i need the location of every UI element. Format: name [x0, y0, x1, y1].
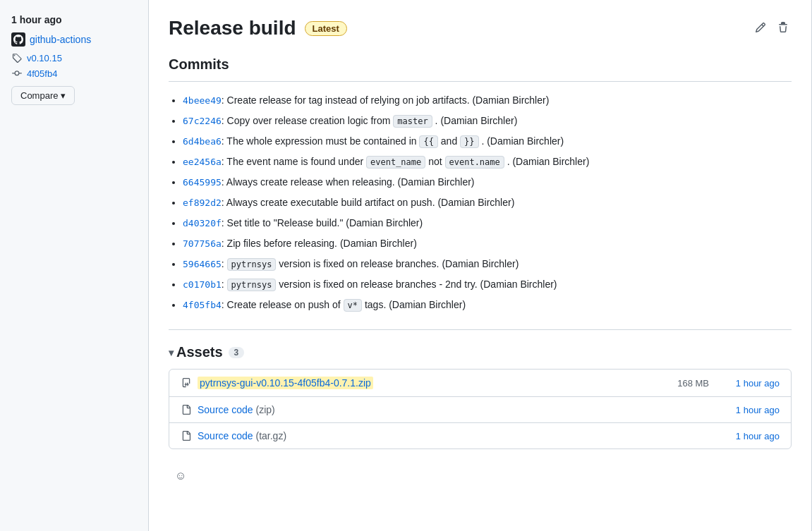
code-pytrnsys-1: pytrnsys — [227, 258, 277, 271]
list-item: d40320f: Set title to "Release build." (… — [183, 216, 792, 231]
assets-count: 3 — [229, 347, 245, 358]
list-item: c0170b1: pytrnsys version is fixed on re… — [183, 277, 792, 292]
asset-row: pytrnsys-gui-v0.10.15-4f05fb4-0.7.1.zip … — [169, 370, 791, 397]
commit-message-post: version is fixed on release branches - 2… — [276, 279, 557, 290]
release-title: Release build — [169, 17, 296, 39]
asset-highlighted-name: pytrnsys-gui-v0.10.15-4f05fb4-0.7.1.zip — [198, 377, 373, 389]
page-layout: 1 hour ago github-actions v0.10.15 — [0, 0, 812, 531]
code-event-dot-name: event.name — [445, 156, 504, 169]
commit-message: : Zip files before releasing. (Damian Bi… — [222, 238, 417, 249]
commit-message: : The whole expression must be contained… — [222, 135, 420, 147]
commit-message: : Always create release when releasing. … — [222, 176, 475, 188]
commit-message-post: tags. (Damian Birchler) — [362, 299, 466, 310]
sidebar: 1 hour ago github-actions v0.10.15 — [0, 0, 148, 531]
commit-message-post: version is fixed on release branches. (D… — [276, 258, 519, 269]
edit-button[interactable] — [752, 19, 769, 38]
list-item: 5964665: pytrnsys version is fixed on re… — [183, 257, 792, 271]
source-icon — [181, 404, 192, 415]
commit-hash-link[interactable]: 707756a — [183, 238, 222, 249]
actor-link[interactable]: github-actions — [11, 32, 137, 47]
commit-message-post: . (Damian Birchler) — [479, 135, 564, 147]
tag-link[interactable]: v0.10.15 — [11, 52, 137, 63]
asset-name-link[interactable]: Source code (zip) — [181, 404, 653, 415]
reactions-bar: ☺ — [169, 460, 792, 492]
commit-message-pre: : Create release on push of — [222, 299, 344, 310]
source-code-tar-name: Source code (tar.gz) — [198, 430, 286, 441]
reaction-emoji: ☺ — [175, 470, 186, 482]
assets-heading: Assets — [176, 344, 223, 360]
commit-link[interactable]: 4f05fb4 — [11, 68, 137, 79]
compare-button[interactable]: Compare ▾ — [11, 86, 75, 105]
code-event-name: event_name — [366, 156, 425, 169]
list-item: 6645995: Always create release when rele… — [183, 175, 792, 190]
reaction-button[interactable]: ☺ — [169, 466, 193, 486]
assets-chevron-icon: ▾ — [169, 347, 174, 358]
commit-hash-link[interactable]: d40320f — [183, 218, 222, 228]
commit-message-pre: : — [222, 279, 227, 290]
list-item: 707756a: Zip files before releasing. (Da… — [183, 236, 792, 251]
header-actions — [752, 19, 792, 38]
asset-name-link[interactable]: Source code (tar.gz) — [181, 430, 653, 441]
tag-label: v0.10.15 — [27, 53, 62, 63]
assets-toggle[interactable]: ▾ Assets — [169, 344, 223, 360]
asset-row: Source code (zip) 1 hour ago — [169, 397, 791, 423]
commit-label: 4f05fb4 — [27, 68, 57, 79]
code-pytrnsys-2: pytrnsys — [227, 279, 277, 291]
source-code-zip-name: Source code (zip) — [198, 404, 275, 415]
commit-hash-link[interactable]: c0170b1 — [183, 279, 222, 290]
commits-list: 4beee49: Create release for tag instead … — [169, 93, 792, 312]
release-time: 1 hour ago — [11, 14, 137, 25]
commit-message-post: . (Damian Birchler) — [432, 115, 518, 126]
asset-name-link[interactable]: pytrnsys-gui-v0.10.15-4f05fb4-0.7.1.zip — [181, 377, 653, 389]
commit-message: : Create release for tag instead of rely… — [222, 94, 550, 106]
release-header: Release build Latest — [169, 17, 792, 39]
compare-chevron-icon: ▾ — [61, 90, 66, 101]
list-item: ef892d2: Always create executable build … — [183, 195, 792, 210]
tag-icon — [11, 52, 23, 63]
commits-divider — [169, 81, 792, 82]
commit-message-mid: and — [438, 135, 460, 147]
assets-table: pytrnsys-gui-v0.10.15-4f05fb4-0.7.1.zip … — [169, 369, 792, 449]
code-vtag: v* — [344, 299, 362, 312]
commit-hash-link[interactable]: 4beee49 — [183, 95, 222, 106]
commit-hash-link[interactable]: 6d4bea6 — [183, 136, 222, 147]
commit-hash-link[interactable]: 67c2246 — [183, 116, 222, 126]
list-item: 6d4bea6: The whole expression must be co… — [183, 134, 792, 149]
commits-heading: Commits — [169, 56, 792, 73]
list-item: 4beee49: Create release for tag instead … — [183, 93, 792, 108]
code-braces-close: }} — [460, 135, 478, 148]
list-item: 67c2246: Copy over release creation logi… — [183, 114, 792, 128]
compare-label: Compare — [20, 90, 58, 101]
delete-button[interactable] — [775, 19, 792, 38]
commit-hash-link[interactable]: 5964665 — [183, 259, 222, 269]
latest-badge: Latest — [305, 21, 347, 36]
commit-hash-link[interactable]: 6645995 — [183, 177, 222, 188]
main-content: Release build Latest Commits — [148, 0, 812, 531]
assets-section: ▾ Assets 3 pytrnsys-gui-v0. — [169, 329, 792, 492]
code-braces-open: {{ — [419, 135, 437, 148]
zip-icon — [181, 377, 192, 389]
commit-message-post: . (Damian Birchler) — [504, 156, 590, 167]
code-master: master — [393, 115, 432, 128]
release-title-group: Release build Latest — [169, 17, 347, 39]
asset-size: 168 MB — [653, 378, 709, 389]
commit-hash-link[interactable]: ef892d2 — [183, 197, 222, 208]
asset-time-link[interactable]: 1 hour ago — [709, 378, 780, 389]
commit-message: : Set title to "Release build." (Damian … — [222, 217, 423, 228]
actor-avatar — [11, 32, 25, 47]
actor-name: github-actions — [30, 34, 91, 45]
list-item: 4f05fb4: Create release on push of v* ta… — [183, 298, 792, 312]
commit-hash-link[interactable]: 4f05fb4 — [183, 300, 222, 310]
source-tar-icon — [181, 430, 192, 441]
commit-icon — [11, 68, 23, 79]
commit-message-mid: not — [425, 156, 444, 167]
list-item: ee2456a: The event name is found under e… — [183, 154, 792, 169]
asset-row: Source code (tar.gz) 1 hour ago — [169, 423, 791, 448]
commit-hash-link[interactable]: ee2456a — [183, 157, 222, 167]
commit-message: : Copy over release creation logic from — [222, 115, 394, 126]
assets-header: ▾ Assets 3 — [169, 344, 792, 360]
asset-time-link[interactable]: 1 hour ago — [709, 431, 780, 441]
asset-time-link[interactable]: 1 hour ago — [709, 405, 780, 415]
commit-message: : Always create executable build artifac… — [222, 197, 515, 208]
commit-message-pre: : — [222, 258, 227, 269]
